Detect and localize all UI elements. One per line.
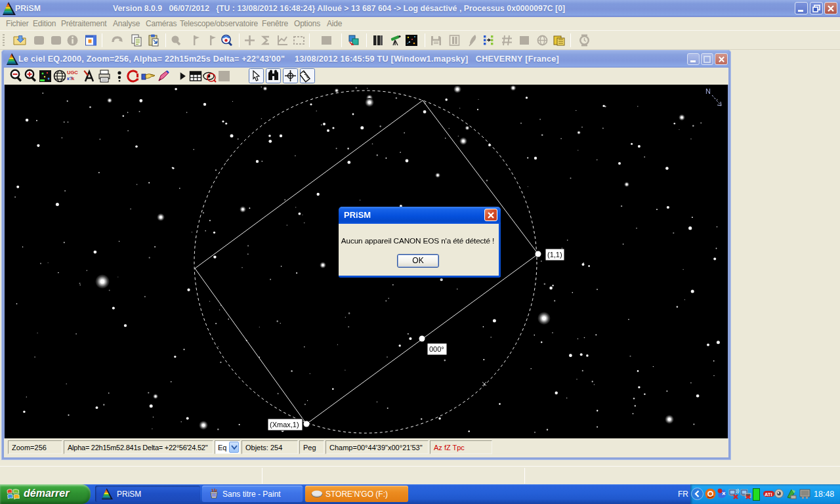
svg-text:N: N: [705, 87, 711, 95]
svg-text:ATI: ATI: [765, 492, 772, 497]
svg-text:000°: 000°: [429, 345, 444, 353]
svg-text:(1,1): (1,1): [547, 251, 562, 259]
svg-text:k: k: [72, 75, 75, 81]
svg-text:(Xmax,1): (Xmax,1): [270, 421, 299, 429]
svg-text:UGC: UGC: [67, 70, 78, 75]
